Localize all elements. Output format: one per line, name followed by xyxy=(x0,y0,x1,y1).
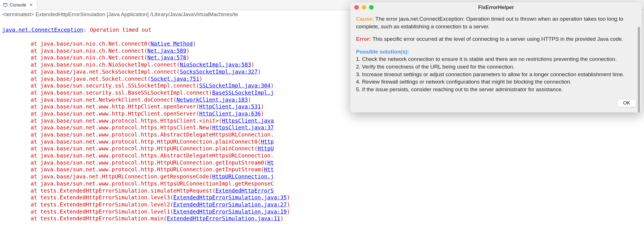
tab-label: Console xyxy=(10,3,26,8)
stack-frame: at java.base/sun.net.www.protocol.http.H… xyxy=(2,166,642,173)
stack-frame: at java.base/sun.net.www.protocol.http.H… xyxy=(2,138,642,145)
solution-item: 4. Review firewall settings or network c… xyxy=(356,78,636,86)
solutions-label: Possible solution(s): xyxy=(356,48,636,56)
stack-suffix: ) xyxy=(287,201,290,208)
exception-class-link[interactable]: java.net.ConnectException xyxy=(2,27,83,33)
stack-prefix: at java.base/sun.net.www.protocol.http.H… xyxy=(31,145,258,152)
source-link[interactable]: HttpU xyxy=(258,145,274,152)
source-link[interactable]: SocksSocketImpl.java:327 xyxy=(180,69,258,75)
stack-prefix: at java.base/sun.nio.ch.NioSocketImpl.co… xyxy=(31,61,180,68)
stack-prefix: at java.base/sun.net.www.protocol.https.… xyxy=(31,180,274,187)
stack-prefix: at java.base/java.net.Socket.connect( xyxy=(31,76,151,82)
source-link[interactable]: SSLSocketImpl.java:304 xyxy=(199,82,271,89)
stack-prefix: at java.base/sun.net.www.http.HttpClient… xyxy=(31,103,199,110)
stack-frame: at java.base/sun.net.www.protocol.http.H… xyxy=(2,145,642,152)
stack-frame: at java.base/java.net.HttpURLConnection.… xyxy=(2,173,642,180)
source-link[interactable]: HttpsClient.java:37 xyxy=(212,124,274,131)
source-link[interactable]: NetworkClient.java:183 xyxy=(177,97,248,103)
stack-prefix: at tests.ExtendedHttpErrorSimulation.lev… xyxy=(31,201,173,208)
stack-prefix: at java.base/sun.nio.ch.Net.connect( xyxy=(31,48,147,54)
exception-message: Operation timed out xyxy=(90,27,151,33)
stack-prefix: at tests.ExtendedHttpErrorSimulation.sim… xyxy=(31,187,215,194)
dialog-footer: OK xyxy=(356,99,636,107)
dialog-body: Cause: The error java.net.ConnectExcepti… xyxy=(350,12,642,112)
stack-prefix: at java.base/sun.net.NetworkClient.doCon… xyxy=(31,97,177,103)
stack-prefix: at java.base/sun.security.ssl.SSLSocketI… xyxy=(31,82,199,89)
stack-suffix: ) xyxy=(251,61,254,68)
stack-prefix: at java.base/sun.net.www.protocol.https.… xyxy=(31,118,222,124)
source-link[interactable]: ExtendedHttpErrorSimulation.java:27 xyxy=(173,201,287,208)
stack-suffix: ) xyxy=(186,54,189,61)
exception-separator: : xyxy=(83,27,90,33)
source-link[interactable]: Http xyxy=(261,138,274,145)
stack-prefix: at java.base/sun.security.ssl.BaseSSLSoc… xyxy=(31,89,212,96)
source-link[interactable]: HttpClient.java:531 xyxy=(199,103,261,110)
solution-item: 3. Increase timeout settings or adjust c… xyxy=(356,71,636,78)
fix-error-helper-dialog: FixErrorHelper Cause: The error java.net… xyxy=(350,2,642,112)
cause-section: Cause: The error java.net.ConnectExcepti… xyxy=(356,15,636,30)
source-link[interactable]: HttpClient.java:636 xyxy=(199,110,261,117)
dialog-title: FixErrorHelper xyxy=(350,5,642,10)
tab-close-button[interactable]: ✕ xyxy=(28,2,34,8)
source-link[interactable]: Net.java:589 xyxy=(147,48,186,54)
stack-prefix: at tests.ExtendedHttpErrorSimulation.lev… xyxy=(31,208,173,215)
solution-item: 2. Verify the correctness of the URL bei… xyxy=(356,63,636,71)
stack-prefix: at tests.ExtendedHttpErrorSimulation.mai… xyxy=(31,215,167,221)
error-section: Error: This specific error occurred at t… xyxy=(356,35,636,43)
window-close-button[interactable] xyxy=(354,5,359,10)
stack-suffix: ) xyxy=(186,48,189,54)
stack-suffix: ) xyxy=(258,69,261,75)
stack-suffix: ) xyxy=(280,215,283,221)
stack-frame: at tests.ExtendedHttpErrorSimulation.mai… xyxy=(2,215,642,222)
source-link[interactable]: ExtendedHttpErrorSimulation.java:19 xyxy=(173,208,287,215)
stack-frame: at java.base/sun.net.www.protocol.https.… xyxy=(2,152,642,159)
source-link[interactable]: Native Method xyxy=(151,40,193,47)
stack-prefix: at java.base/sun.net.www.protocol.https.… xyxy=(31,124,212,131)
stack-prefix: at tests.ExtendedHttpErrorSimulation.lev… xyxy=(31,194,173,201)
ok-button[interactable]: OK xyxy=(617,99,636,107)
stack-prefix: at java.base/sun.net.www.http.HttpClient… xyxy=(31,110,199,117)
source-link[interactable]: ExtendedHttpErrorS xyxy=(215,187,274,194)
console-tab[interactable]: Console ✕ xyxy=(0,0,37,10)
solution-item: 5. If the issue persists, consider reach… xyxy=(356,86,636,93)
source-link[interactable]: NioSocketImpl.java:583 xyxy=(180,61,251,68)
stack-frame: at java.base/sun.net.www.protocol.https.… xyxy=(2,131,642,138)
source-link[interactable]: ExtendedHttpErrorSimulation.java:11 xyxy=(167,215,280,221)
cause-label: Cause: xyxy=(356,16,374,22)
error-text: This specific error occurred at the leve… xyxy=(371,36,623,42)
source-link[interactable]: Net.java:578 xyxy=(147,54,186,61)
source-link[interactable]: Ht xyxy=(267,159,274,166)
stack-prefix: at java.base/sun.nio.ch.Net.connect0( xyxy=(31,40,151,47)
stack-frame: at java.base/sun.net.www.protocol.https.… xyxy=(2,117,642,124)
console-icon xyxy=(3,3,8,8)
window-minimize-button[interactable] xyxy=(362,5,366,10)
dialog-titlebar[interactable]: FixErrorHelper xyxy=(350,2,642,12)
stack-suffix: ) xyxy=(287,194,290,201)
cause-text: The error java.net.ConnectException: Ope… xyxy=(356,16,623,29)
stack-suffix: ) xyxy=(287,208,290,215)
solutions-section: Possible solution(s): 1. Check the netwo… xyxy=(356,48,636,93)
stack-suffix: ) xyxy=(193,40,196,47)
stack-prefix: at java.base/sun.net.www.protocol.http.H… xyxy=(31,166,264,172)
svg-rect-1 xyxy=(3,3,7,4)
stack-suffix: ) xyxy=(199,76,202,82)
stack-frame: at tests.ExtendedHttpErrorSimulation.lev… xyxy=(2,201,642,208)
stack-prefix: at java.base/sun.net.www.protocol.https.… xyxy=(31,152,274,159)
source-link[interactable]: ExtendedHttpErrorSimulation.java:35 xyxy=(173,194,287,201)
stack-prefix: at java.base/sun.nio.ch.Net.connect( xyxy=(31,54,147,61)
stack-suffix: ) xyxy=(248,97,251,103)
window-maximize-button[interactable] xyxy=(369,5,374,10)
source-link[interactable]: HttpsClient.java xyxy=(222,118,274,124)
scrollbar[interactable] xyxy=(638,27,640,112)
source-link[interactable]: Htt xyxy=(264,166,274,172)
solution-item: 1. Check the network connection to ensur… xyxy=(356,56,636,63)
stack-suffix: ) xyxy=(261,103,264,110)
source-link[interactable]: BaseSSLSocketImpl.j xyxy=(212,89,274,96)
error-label: Error: xyxy=(356,36,371,42)
stack-frame: at java.base/sun.net.www.protocol.https.… xyxy=(2,180,642,187)
source-link[interactable]: Socket.java:751 xyxy=(151,76,199,82)
source-link[interactable]: HttpURLConnection.j xyxy=(212,173,274,180)
stack-suffix: ) xyxy=(271,82,274,89)
stack-frame: at tests.ExtendedHttpErrorSimulation.lev… xyxy=(2,194,642,201)
stack-frame: at tests.ExtendedHttpErrorSimulation.lev… xyxy=(2,208,642,215)
